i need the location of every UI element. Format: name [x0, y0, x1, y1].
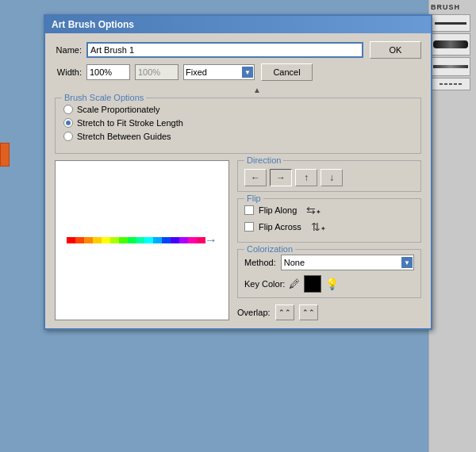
rainbow-segment	[110, 237, 119, 243]
brush-preview-line-3	[433, 65, 468, 68]
width-type-select[interactable]: Fixed Proportional	[183, 64, 255, 80]
eyedropper-icon[interactable]: 🖉	[289, 278, 300, 290]
overlap-button-1[interactable]: ⌃⌃	[275, 305, 294, 320]
radio-stretch-between-guides[interactable]: Stretch Between Guides	[63, 132, 413, 141]
ok-button[interactable]: OK	[370, 41, 421, 59]
rainbow-segment	[84, 237, 93, 243]
brush-stroke-container: →	[63, 232, 221, 248]
flip-across-row: Flip Across ⇅✦	[244, 220, 414, 233]
colorization-section: Colorization Method: None Tints Tints an…	[237, 249, 421, 298]
brush-item-2[interactable]	[431, 33, 470, 56]
brush-panel-label: BRUSH	[429, 0, 476, 13]
name-row: Name: OK	[55, 41, 421, 59]
light-icon[interactable]: 💡	[325, 278, 339, 290]
name-label: Name:	[55, 45, 86, 55]
brush-stroke-rainbow	[67, 237, 205, 243]
brush-preview-line-2	[433, 40, 468, 48]
rainbow-segment	[179, 237, 188, 243]
radio-stretch-fit-stroke-label: Stretch to Fit Stroke Length	[77, 118, 183, 128]
rainbow-segment	[188, 237, 197, 243]
direction-down-button[interactable]: ↓	[321, 169, 343, 186]
direction-buttons-row: ← → ↑ ↓	[244, 169, 414, 186]
art-brush-options-dialog: Art Brush Options Name: OK Width: Fixed …	[44, 14, 432, 330]
brush-item-1[interactable]	[431, 14, 470, 32]
dialog-body: Name: OK Width: Fixed Proportional ▼ Can…	[45, 33, 431, 328]
bottom-area: → Direction ← → ↑ ↓ Flip	[55, 160, 421, 320]
options-panel: Direction ← → ↑ ↓ Flip Flip Along ⇆✦	[237, 160, 421, 320]
direction-section: Direction ← → ↑ ↓	[237, 160, 421, 192]
cancel-button[interactable]: Cancel	[261, 63, 313, 81]
radio-scale-proportionately-circle[interactable]	[63, 105, 73, 114]
brush-item-4[interactable]	[431, 78, 470, 90]
rainbow-segment	[162, 237, 171, 243]
name-input[interactable]	[86, 42, 363, 58]
brush-panel: BRUSH	[428, 0, 476, 452]
direction-left-button[interactable]: ←	[244, 169, 267, 186]
brush-scale-options-box: Brush Scale Options Scale Proportionatel…	[55, 98, 421, 154]
method-row: Method: None Tints Tints and Shades Hue …	[244, 255, 414, 270]
flip-section: Flip Flip Along ⇆✦ Flip Across ⇅✦	[237, 198, 421, 243]
radio-scale-proportionately-label: Scale Proportionately	[77, 105, 160, 114]
dialog-titlebar: Art Brush Options	[45, 16, 431, 33]
flip-along-icon: ⇆✦	[306, 204, 321, 216]
key-color-swatch[interactable]	[304, 275, 321, 293]
rainbow-segment	[102, 237, 110, 243]
radio-scale-proportionately[interactable]: Scale Proportionately	[63, 105, 413, 114]
brush-preview-box: →	[55, 160, 229, 320]
method-select-wrapper: None Tints Tints and Shades Hue Shift ▼	[281, 255, 414, 270]
brush-preview-line-1	[435, 22, 466, 25]
rainbow-segment	[93, 237, 102, 243]
rainbow-segment	[128, 237, 136, 243]
rainbow-segment	[144, 237, 153, 243]
brush-stroke-arrow: →	[205, 233, 217, 247]
colorization-method-select[interactable]: None Tints Tints and Shades Hue Shift	[281, 255, 414, 270]
width-fixed-input	[135, 64, 178, 80]
direction-legend: Direction	[244, 155, 283, 165]
overlap-button-2[interactable]: ⌃⌃	[299, 305, 318, 320]
flip-legend: Flip	[244, 193, 263, 203]
key-color-row: Key Color: 🖉 💡	[244, 275, 414, 293]
overlap-label: Overlap:	[237, 308, 271, 317]
rainbow-segment	[136, 237, 145, 243]
left-orange-bar	[0, 143, 10, 167]
width-select-wrapper: Fixed Proportional ▼	[183, 64, 255, 80]
flip-along-row: Flip Along ⇆✦	[244, 204, 414, 216]
dialog-title: Art Brush Options	[52, 19, 134, 30]
brush-panel-items	[429, 13, 476, 92]
radio-stretch-fit-stroke[interactable]: Stretch to Fit Stroke Length	[63, 118, 413, 128]
method-label: Method:	[244, 258, 276, 267]
radio-stretch-fit-stroke-circle[interactable]	[63, 118, 73, 128]
flip-along-label: Flip Along	[259, 205, 297, 215]
rainbow-segment	[75, 237, 84, 243]
scale-options-legend: Brush Scale Options	[62, 93, 146, 102]
rainbow-segment	[153, 237, 162, 243]
rainbow-segment	[119, 237, 128, 243]
flip-across-icon: ⇅✦	[311, 220, 326, 233]
key-color-label: Key Color:	[244, 279, 285, 289]
overlap-row: Overlap: ⌃⌃ ⌃⌃	[237, 305, 421, 320]
rainbow-segment	[67, 237, 75, 243]
flip-across-checkbox[interactable]	[244, 222, 254, 232]
flip-across-label: Flip Across	[259, 222, 301, 232]
brush-item-3[interactable]	[431, 57, 470, 76]
width-row: Width: Fixed Proportional ▼ Cancel	[55, 63, 421, 81]
colorization-legend: Colorization	[244, 244, 295, 254]
brush-preview-dashes	[440, 83, 462, 85]
flip-along-checkbox[interactable]	[244, 205, 254, 215]
width-input[interactable]	[86, 64, 130, 80]
direction-right-button[interactable]: →	[270, 169, 292, 186]
radio-stretch-between-guides-label: Stretch Between Guides	[77, 132, 171, 141]
width-label: Width:	[55, 67, 86, 77]
rainbow-segment	[171, 237, 179, 243]
direction-up-button[interactable]: ↑	[295, 169, 317, 186]
radio-stretch-between-guides-circle[interactable]	[63, 132, 73, 141]
